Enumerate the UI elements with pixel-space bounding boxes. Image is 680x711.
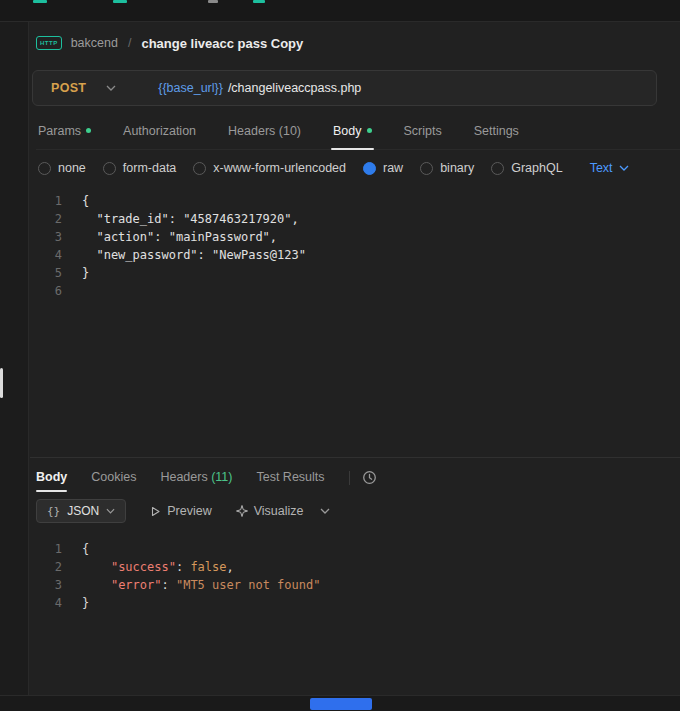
more-options-chevron-icon[interactable] [320, 508, 330, 514]
line-number: 4 [30, 246, 82, 264]
radio-graphql[interactable]: GraphQL [491, 161, 562, 175]
json-key: "success" [111, 560, 176, 574]
tab-label: Body [36, 470, 67, 484]
sparkle-icon [236, 505, 248, 517]
tab-scripts[interactable]: Scripts [402, 122, 444, 149]
code-line: 2 "trade_id": "4587463217920", [30, 210, 680, 228]
bottom-blue-widget[interactable] [310, 698, 372, 710]
tab-label: Authorization [123, 124, 196, 138]
code-line: 1 { [30, 192, 680, 210]
breadcrumb-request-name[interactable]: change liveacc pass Copy [141, 36, 303, 51]
response-tab-headers[interactable]: Headers (11) [160, 470, 232, 492]
response-tab-test-results[interactable]: Test Results [256, 470, 324, 492]
green-dot-indicator [86, 128, 91, 133]
radio-binary[interactable]: binary [420, 161, 474, 175]
code-line: 5 } [30, 264, 680, 282]
line-number: 3 [30, 576, 82, 594]
visualize-button[interactable]: Visualize [236, 504, 304, 518]
url-input[interactable]: {{base_url}} /changeliveaccpass.php [134, 81, 656, 95]
code-line: 2 "success": false, [30, 558, 680, 576]
request-pane: HTTP bakcend / change liveacc pass Copy … [30, 22, 680, 695]
radio-none[interactable]: none [38, 161, 86, 175]
tab-label: Headers (10) [228, 124, 301, 138]
breadcrumb-collection[interactable]: bakcend [71, 36, 118, 50]
tab-authorization[interactable]: Authorization [121, 122, 198, 149]
scrollbar-thumb[interactable] [0, 368, 3, 398]
left-rail [0, 22, 29, 695]
code-token [82, 578, 111, 592]
request-body-editor[interactable]: 1 { 2 "trade_id": "4587463217920", 3 "ac… [30, 186, 680, 458]
code-line: 1 { [30, 540, 680, 558]
code-token: } [82, 596, 89, 610]
radio-label: raw [383, 161, 403, 175]
response-format-dropdown[interactable]: {} JSON [36, 499, 126, 523]
radio-icon [491, 162, 504, 175]
code-text: "trade_id": "4587463217920", [82, 210, 299, 228]
breadcrumb-separator: / [128, 36, 131, 50]
method-dropdown[interactable]: POST [33, 81, 134, 95]
code-line: 3 "error": "MT5 user not found" [30, 576, 680, 594]
radio-label: none [58, 161, 86, 175]
code-text: } [82, 264, 89, 282]
code-token [82, 560, 111, 574]
code-line: 6 [30, 282, 680, 300]
radio-icon-selected [363, 162, 376, 175]
chevron-down-icon [619, 165, 629, 171]
code-text: { [82, 192, 89, 210]
radio-label: binary [440, 161, 474, 175]
green-dot-indicator [367, 128, 372, 133]
url-variable: {{base_url}} [158, 81, 223, 95]
radio-x-www-form-urlencoded[interactable]: x-www-form-urlencoded [193, 161, 346, 175]
tab-label: Params [38, 124, 81, 138]
radio-form-data[interactable]: form-data [103, 161, 177, 175]
code-token: : [176, 560, 190, 574]
json-boolean: false [190, 560, 226, 574]
radio-label: form-data [123, 161, 177, 175]
radio-raw[interactable]: raw [363, 161, 403, 175]
code-line: 4 } [30, 594, 680, 612]
tab-label: Settings [474, 124, 519, 138]
radio-icon [103, 162, 116, 175]
body-type-selector: none form-data x-www-form-urlencoded raw… [30, 150, 680, 186]
braces-icon: {} [47, 505, 60, 518]
tab-sliver-icon [113, 0, 127, 3]
preview-label: Preview [167, 504, 211, 518]
code-text: "action": "mainPassword", [82, 228, 277, 246]
tab-label: Scripts [404, 124, 442, 138]
chevron-down-icon [106, 508, 115, 514]
vertical-divider [349, 471, 350, 485]
tab-sliver-icon [253, 0, 265, 3]
radio-icon [420, 162, 433, 175]
play-icon [150, 506, 161, 517]
response-format-label: JSON [67, 504, 99, 518]
response-time-clock-icon[interactable] [362, 470, 377, 485]
raw-format-dropdown[interactable]: Text [590, 161, 629, 175]
line-number: 5 [30, 264, 82, 282]
line-number: 3 [30, 228, 82, 246]
json-string: "MT5 user not found" [176, 578, 321, 592]
response-tab-cookies[interactable]: Cookies [91, 470, 136, 492]
tab-body[interactable]: Body [331, 122, 374, 149]
line-number: 1 [30, 192, 82, 210]
chevron-down-icon [106, 85, 116, 91]
line-number: 6 [30, 282, 82, 300]
response-tabs: Body Cookies Headers (11) Test Results [30, 458, 680, 490]
radio-icon [38, 162, 51, 175]
tab-sliver-icon [33, 0, 47, 3]
response-tab-body[interactable]: Body [36, 470, 67, 492]
preview-button[interactable]: Preview [150, 504, 211, 518]
raw-format-label: Text [590, 161, 613, 175]
radio-icon [193, 162, 206, 175]
tab-settings[interactable]: Settings [472, 122, 521, 149]
tab-params[interactable]: Params [36, 122, 93, 149]
response-body-viewer[interactable]: 1 { 2 "success": false, 3 "error": "MT5 … [30, 534, 680, 612]
tab-headers[interactable]: Headers (10) [226, 122, 303, 149]
line-number: 2 [30, 210, 82, 228]
code-line: 3 "action": "mainPassword", [30, 228, 680, 246]
breadcrumb: HTTP bakcend / change liveacc pass Copy [36, 32, 680, 54]
tab-sliver-icon [208, 0, 218, 3]
headers-count-badge: (11) [211, 470, 232, 484]
response-toolbar: {} JSON Preview Visualize [36, 498, 680, 524]
code-line: 4 "new_password": "NewPass@123" [30, 246, 680, 264]
method-label: POST [51, 81, 86, 95]
